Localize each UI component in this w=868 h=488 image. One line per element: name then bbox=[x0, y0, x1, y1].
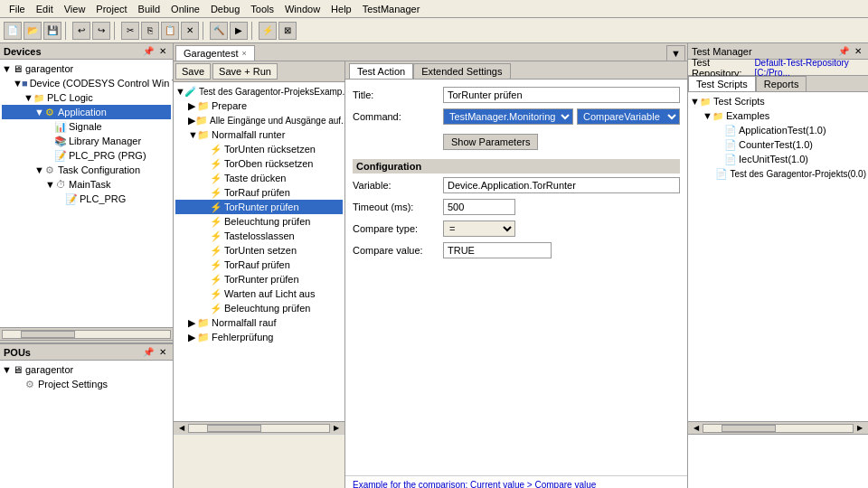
center-tab-garagentest[interactable]: Garagentest × bbox=[175, 45, 255, 61]
tb-new[interactable]: 📄 bbox=[4, 22, 22, 40]
center-tab-bar: Garagentest × ▼ bbox=[174, 43, 687, 61]
test-item-torrauf-prufen2[interactable]: ⚡ TorRauf prüfen bbox=[175, 258, 343, 272]
tb-open[interactable]: 📂 bbox=[24, 22, 42, 40]
test-item-torrunter-prufen[interactable]: ⚡ TorRunter prüfen bbox=[175, 200, 343, 214]
menu-debug[interactable]: Debug bbox=[205, 2, 245, 16]
menu-tools[interactable]: Tools bbox=[245, 2, 279, 16]
right-tree-examples[interactable]: ▼ 📁 Examples bbox=[690, 108, 866, 123]
tb-delete[interactable]: ✕ bbox=[181, 22, 199, 40]
compare-type-select[interactable]: = bbox=[443, 221, 515, 237]
test-item-beleuchtung-prufen2[interactable]: ⚡ Beleuchtung prüfen bbox=[175, 301, 343, 315]
test-item-taste-drucken[interactable]: ⚡ Taste drücken bbox=[175, 171, 343, 185]
right-tab-reports[interactable]: Reports bbox=[756, 76, 807, 91]
tree-item-task-config[interactable]: ▼ ⚙ Task Configuration bbox=[2, 163, 171, 177]
test-item-beleuchtung-prufen[interactable]: ⚡ Beleuchtung prüfen bbox=[175, 214, 343, 229]
devices-close-icon[interactable]: ✕ bbox=[156, 45, 169, 58]
tb-save[interactable]: 💾 bbox=[43, 22, 61, 40]
tree-item-library-manager[interactable]: 📚 Library Manager bbox=[2, 134, 171, 148]
tree-item-signale[interactable]: 📊 Signale bbox=[2, 119, 171, 134]
right-scroll-right-icon[interactable]: ▶ bbox=[854, 424, 866, 432]
test-item-torunten-rucksetzen[interactable]: ⚡ TorUnten rücksetzen bbox=[175, 142, 343, 156]
step-icon-4: ⚡ bbox=[210, 186, 222, 199]
subtab-test-action[interactable]: Test Action bbox=[349, 63, 413, 79]
tab-close-icon[interactable]: × bbox=[242, 49, 247, 58]
tree-item-garagentor-pou[interactable]: ▼ 🖥 garagentor bbox=[2, 362, 171, 377]
test-item-normalfall-runter[interactable]: ▼ 📁 Normalfall runter bbox=[175, 127, 343, 142]
tree-item-plclogic[interactable]: ▼ 📁 PLC Logic bbox=[2, 90, 171, 105]
tree-item-device[interactable]: ▼ ■ Device (CODESYS Control Win V3) bbox=[2, 76, 171, 90]
devices-hscroll[interactable] bbox=[0, 327, 173, 340]
menu-window[interactable]: Window bbox=[279, 2, 326, 16]
step-icon-7: ⚡ bbox=[210, 230, 222, 242]
test-item-torrauf-prufen[interactable]: ⚡ TorRauf prüfen bbox=[175, 185, 343, 200]
menu-online[interactable]: Online bbox=[165, 2, 205, 16]
right-tree-garagentest[interactable]: 📄 Test des Garagentor-Projekts(0.0) bbox=[690, 166, 866, 181]
title-row: Title: bbox=[353, 87, 680, 103]
subtab-extended-settings[interactable]: Extended Settings bbox=[413, 63, 510, 79]
tb-run[interactable]: ▶ bbox=[230, 22, 248, 40]
menu-help[interactable]: Help bbox=[326, 2, 357, 16]
tree-item-maintask[interactable]: ▼ ⏱ MainTask bbox=[2, 177, 171, 192]
tb-disconnect[interactable]: ⊠ bbox=[278, 22, 297, 40]
save-run-button[interactable]: Save + Run bbox=[212, 63, 278, 80]
test-item-alle[interactable]: ▶ 📁 Alle Eingänge und Ausgänge auf... bbox=[175, 113, 343, 127]
menu-view[interactable]: View bbox=[59, 2, 91, 16]
right-tab-bar: Test Scripts Reports bbox=[688, 76, 868, 92]
menu-file[interactable]: File bbox=[4, 2, 31, 16]
right-tree-apptest[interactable]: 📄 ApplicationTest(1.0) bbox=[690, 123, 866, 137]
variable-input[interactable] bbox=[443, 177, 680, 193]
menu-edit[interactable]: Edit bbox=[31, 2, 59, 16]
step-icon-12: ⚡ bbox=[210, 302, 222, 314]
test-item-tastelosslassen[interactable]: ⚡ Tastelosslassen bbox=[175, 229, 343, 243]
right-tree-test-scripts[interactable]: ▼ 📁 Test Scripts bbox=[690, 94, 866, 108]
compare-value-input[interactable] bbox=[443, 242, 552, 258]
step-icon-10: ⚡ bbox=[210, 273, 222, 286]
tb-build[interactable]: 🔨 bbox=[210, 22, 228, 40]
pous-pin-icon[interactable]: 📌 bbox=[142, 346, 155, 359]
test-item-warten[interactable]: ⚡ Warten auf Licht aus bbox=[175, 286, 343, 301]
test-item-toroben-rucksetzen[interactable]: ⚡ TorOben rücksetzen bbox=[175, 156, 343, 171]
right-pin-icon[interactable]: 📌 bbox=[837, 45, 850, 58]
test-item-fehler[interactable]: ▶ 📁 Fehlerprüfung bbox=[175, 330, 343, 344]
command-select1[interactable]: TestManager.Monitoring bbox=[443, 108, 573, 125]
tb-copy[interactable]: ⎘ bbox=[141, 22, 159, 40]
test-root[interactable]: ▼ 🧪 Test des Garagentor-ProjeksExamp... bbox=[175, 84, 343, 99]
command-select2[interactable]: CompareVariable bbox=[577, 108, 680, 125]
right-tree-countertest[interactable]: 📄 CounterTest(1.0) bbox=[690, 137, 866, 152]
tree-item-project-settings[interactable]: ⚙ Project Settings bbox=[2, 377, 171, 391]
test-tree-hscroll[interactable]: ◀ ▶ bbox=[174, 421, 344, 434]
tb-paste[interactable]: 📋 bbox=[161, 22, 179, 40]
right-tab-test-scripts[interactable]: Test Scripts bbox=[688, 76, 756, 91]
test-item-torunten-setzen[interactable]: ⚡ TorUnten setzen bbox=[175, 243, 343, 258]
tree-item-garagentor[interactable]: ▼ 🖥 garagentor bbox=[2, 61, 171, 76]
menu-testmanager[interactable]: TestManager bbox=[357, 2, 426, 16]
tree-item-plc-prg[interactable]: 📝 PLC_PRG (PRG) bbox=[2, 148, 171, 163]
save-button[interactable]: Save bbox=[175, 63, 211, 80]
scroll-right-icon[interactable]: ▶ bbox=[330, 424, 343, 432]
right-hscroll[interactable]: ◀ ▶ bbox=[688, 421, 868, 434]
tb-online[interactable]: ⚡ bbox=[259, 22, 277, 40]
menu-build[interactable]: Build bbox=[133, 2, 165, 16]
menu-project[interactable]: Project bbox=[90, 2, 132, 16]
test-item-normalfall-rauf[interactable]: ▶ 📁 Normalfall rauf bbox=[175, 315, 343, 330]
title-input[interactable] bbox=[443, 87, 680, 103]
devices-pin-icon[interactable]: 📌 bbox=[142, 45, 155, 58]
settings-icon: ⚙ bbox=[24, 378, 36, 390]
tab-dropdown-btn[interactable]: ▼ bbox=[666, 45, 685, 61]
tb-undo[interactable]: ↩ bbox=[72, 22, 90, 40]
pous-close-icon[interactable]: ✕ bbox=[156, 346, 169, 359]
tb-redo[interactable]: ↪ bbox=[92, 22, 110, 40]
show-params-button[interactable]: Show Parameters bbox=[443, 134, 538, 150]
menubar: File Edit View Project Build Online Debu… bbox=[0, 0, 868, 18]
tree-item-application[interactable]: ▼ ⚙ Application bbox=[2, 105, 171, 119]
tb-cut[interactable]: ✂ bbox=[121, 22, 139, 40]
pous-title: POUs bbox=[4, 347, 31, 358]
right-close-icon[interactable]: ✕ bbox=[852, 45, 864, 58]
test-item-prepare[interactable]: ▶ 📁 Prepare bbox=[175, 99, 343, 113]
right-tree-iecunit[interactable]: 📄 IecUnitTest(1.0) bbox=[690, 152, 866, 166]
test-item-torrunter-prufen2[interactable]: ⚡ TorRunter prüfen bbox=[175, 272, 343, 286]
right-scroll-left-icon[interactable]: ◀ bbox=[690, 424, 703, 432]
tree-item-plc-prg2[interactable]: 📝 PLC_PRG bbox=[2, 192, 171, 206]
scroll-left-icon[interactable]: ◀ bbox=[175, 424, 188, 432]
timeout-input[interactable] bbox=[443, 199, 515, 215]
